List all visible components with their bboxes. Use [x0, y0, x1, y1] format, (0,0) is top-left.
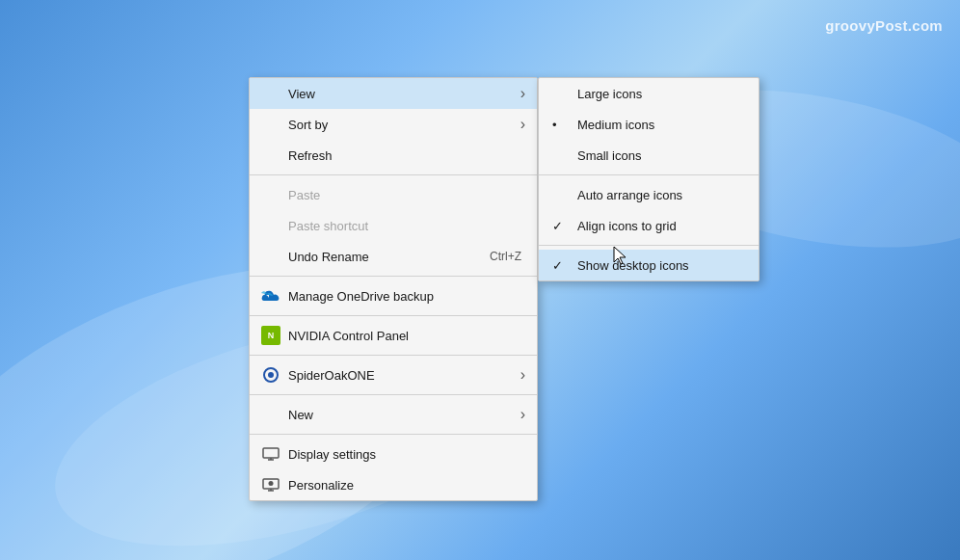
menu-item-nvidia[interactable]: N NVIDIA Control Panel [250, 320, 537, 351]
show-desktop-icons-check: ✓ [552, 258, 563, 273]
separator-4 [250, 355, 537, 356]
separator-2 [250, 276, 537, 277]
nvidia-label: NVIDIA Control Panel [288, 329, 409, 343]
main-context-menu: View Sort by Refresh Paste Paste shortcu… [249, 77, 538, 501]
view-label: View [288, 87, 315, 101]
paste-label: Paste [288, 188, 320, 202]
menu-item-refresh[interactable]: Refresh [250, 140, 537, 171]
personalize-label: Personalize [288, 478, 354, 493]
separator-5 [250, 394, 537, 395]
menu-item-view[interactable]: View [250, 78, 537, 109]
paste-shortcut-label: Paste shortcut [288, 219, 368, 233]
submenu-item-auto-arrange[interactable]: Auto arrange icons [539, 179, 759, 210]
align-to-grid-label: Align icons to grid [577, 219, 677, 233]
submenu-item-small-icons[interactable]: Small icons [539, 140, 759, 171]
menu-item-new[interactable]: New [250, 399, 537, 430]
menu-item-undo-rename[interactable]: Undo Rename Ctrl+Z [250, 241, 537, 272]
submenu-item-show-desktop-icons[interactable]: ✓ Show desktop icons [539, 250, 759, 280]
svg-rect-2 [263, 448, 279, 458]
submenu-item-large-icons[interactable]: Large icons [539, 78, 759, 109]
menu-item-paste: Paste [250, 179, 537, 210]
auto-arrange-label: Auto arrange icons [577, 188, 682, 202]
submenu-item-align-to-grid[interactable]: ✓ Align icons to grid [539, 210, 759, 241]
separator-3 [250, 315, 537, 316]
menu-item-display-settings[interactable]: Display settings [250, 439, 537, 469]
menu-item-spideroak[interactable]: SpiderOakONE [250, 360, 537, 390]
spideroak-icon [259, 363, 282, 387]
display-settings-icon [259, 442, 282, 466]
nvidia-icon: N [259, 324, 282, 347]
medium-icons-label: Medium icons [577, 118, 654, 132]
undo-rename-label: Undo Rename [288, 250, 369, 264]
sort-by-label: Sort by [288, 118, 328, 132]
separator-1 [250, 174, 537, 175]
menu-item-onedrive[interactable]: Manage OneDrive backup [250, 280, 537, 311]
onedrive-icon [259, 284, 282, 307]
submenu-item-medium-icons[interactable]: • Medium icons [539, 109, 759, 140]
svg-point-1 [268, 372, 274, 378]
personalize-icon [259, 473, 282, 496]
new-label: New [288, 408, 313, 422]
svg-point-8 [269, 481, 274, 486]
view-sub-separator-1 [539, 174, 759, 175]
align-to-grid-check: ✓ [552, 219, 563, 233]
view-submenu: Large icons • Medium icons Small icons A… [538, 77, 760, 281]
undo-rename-shortcut: Ctrl+Z [490, 250, 521, 263]
show-desktop-icons-label: Show desktop icons [577, 258, 689, 273]
menu-item-paste-shortcut: Paste shortcut [250, 210, 537, 241]
medium-icons-bullet: • [552, 118, 557, 132]
display-settings-label: Display settings [288, 447, 376, 462]
small-icons-label: Small icons [577, 148, 641, 163]
separator-6 [250, 434, 537, 435]
spideroak-label: SpiderOakONE [288, 368, 375, 383]
menu-item-personalize[interactable]: Personalize [250, 469, 537, 500]
onedrive-label: Manage OneDrive backup [288, 289, 434, 304]
view-sub-separator-2 [539, 245, 759, 246]
watermark: groovyPost.com [825, 17, 943, 34]
large-icons-label: Large icons [577, 87, 642, 101]
menu-item-sort-by[interactable]: Sort by [250, 109, 537, 140]
refresh-label: Refresh [288, 148, 333, 163]
